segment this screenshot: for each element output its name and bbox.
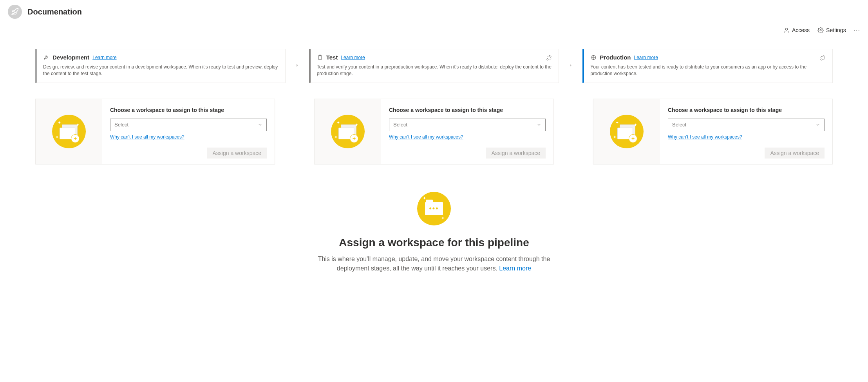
stage-arrow bbox=[559, 49, 582, 82]
chevron-down-icon bbox=[258, 123, 262, 127]
workspace-title: Choose a workspace to assign to this sta… bbox=[668, 107, 825, 113]
chevron-down-icon bbox=[816, 123, 820, 127]
stage-name-test: Test bbox=[326, 54, 338, 61]
stage-card-test[interactable]: Test Learn more Test and verify your con… bbox=[309, 49, 559, 83]
workspace-help-link[interactable]: Why can't I see all my workspaces? bbox=[668, 134, 825, 140]
workspace-title: Choose a workspace to assign to this sta… bbox=[389, 107, 546, 113]
empty-state-title: Assign a workspace for this pipeline bbox=[339, 236, 529, 249]
chevron-down-icon bbox=[537, 123, 541, 127]
stage-desc-test: Test and verify your content in a prepro… bbox=[317, 64, 553, 77]
workspace-card-test: + ✦ ✦ ✦ Choose a workspace to assign to … bbox=[314, 99, 554, 164]
clipboard-icon bbox=[317, 54, 323, 61]
workspace-illustration: + ✦ ✦ ✦ bbox=[52, 115, 86, 148]
page-title: Documenation bbox=[27, 7, 82, 16]
stage-arrow bbox=[286, 49, 309, 82]
access-label: Access bbox=[792, 27, 810, 33]
workspace-help-link[interactable]: Why can't I see all my workspaces? bbox=[389, 134, 546, 140]
workspace-help-link[interactable]: Why can't I see all my workspaces? bbox=[110, 134, 267, 140]
rules-icon[interactable] bbox=[546, 54, 552, 61]
assign-workspace-button-prod[interactable]: Assign a workspace bbox=[765, 148, 825, 159]
wrench-icon bbox=[43, 54, 49, 61]
rules-icon[interactable] bbox=[820, 54, 826, 61]
workspace-card-dev: + ✦ ✦ ✦ Choose a workspace to assign to … bbox=[35, 99, 275, 164]
assign-workspace-button-test[interactable]: Assign a workspace bbox=[486, 148, 546, 159]
workspace-illustration: + ✦ ✦ ✦ bbox=[610, 115, 644, 148]
workspace-card-prod: + ✦ ✦ ✦ Choose a workspace to assign to … bbox=[593, 99, 833, 164]
pipeline-icon bbox=[8, 5, 22, 19]
person-icon bbox=[783, 27, 790, 33]
svg-point-1 bbox=[820, 29, 821, 31]
gear-icon bbox=[817, 27, 824, 33]
stage-card-production[interactable]: Production Learn more Your content has b… bbox=[582, 49, 833, 83]
learn-more-prod[interactable]: Learn more bbox=[634, 55, 658, 60]
more-button[interactable]: ··· bbox=[854, 27, 860, 34]
stage-name-dev: Development bbox=[52, 54, 89, 61]
select-placeholder: Select bbox=[114, 122, 128, 128]
stage-name-prod: Production bbox=[600, 54, 631, 61]
learn-more-dev[interactable]: Learn more bbox=[92, 55, 116, 60]
select-placeholder: Select bbox=[393, 122, 407, 128]
empty-state-desc: This is where you'll manage, update, and… bbox=[309, 254, 559, 273]
svg-point-0 bbox=[785, 28, 787, 30]
empty-state-illustration: ••• ✦ ✦ bbox=[417, 192, 451, 225]
workspace-select-prod[interactable]: Select bbox=[668, 119, 825, 131]
stage-desc-prod: Your content has been tested and is read… bbox=[590, 64, 826, 77]
access-button[interactable]: Access bbox=[783, 27, 810, 33]
select-placeholder: Select bbox=[672, 122, 686, 128]
workspace-select-dev[interactable]: Select bbox=[110, 119, 267, 131]
stage-card-development[interactable]: Development Learn more Design, review, a… bbox=[35, 49, 286, 83]
settings-label: Settings bbox=[826, 27, 846, 33]
workspace-select-test[interactable]: Select bbox=[389, 119, 546, 131]
learn-more-test[interactable]: Learn more bbox=[341, 55, 365, 60]
assign-workspace-button-dev[interactable]: Assign a workspace bbox=[207, 148, 267, 159]
stage-desc-dev: Design, review, and revise your content … bbox=[43, 64, 279, 77]
workspace-title: Choose a workspace to assign to this sta… bbox=[110, 107, 267, 113]
workspace-illustration: + ✦ ✦ ✦ bbox=[331, 115, 365, 148]
empty-learn-more[interactable]: Learn more bbox=[499, 265, 531, 272]
settings-button[interactable]: Settings bbox=[817, 27, 846, 33]
globe-icon bbox=[590, 54, 597, 61]
